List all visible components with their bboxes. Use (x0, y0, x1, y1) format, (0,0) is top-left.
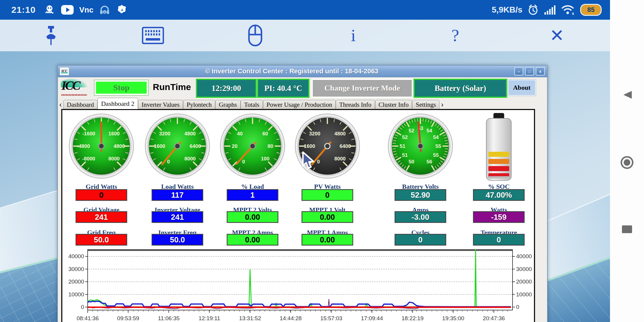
tab-power-usage-production[interactable]: Power Usage / Production (263, 100, 336, 109)
window-title-bar[interactable]: ICC © Inverter Control Center : Register… (58, 66, 547, 77)
window-title: © Inverter Control Center : Registered u… (69, 67, 514, 75)
battery-volts-gauge: 5051515252535454555556 (386, 112, 455, 180)
svg-text:1600: 1600 (304, 143, 315, 149)
pv-watts-gauge: 016003200480064008000 (293, 112, 362, 180)
svg-text:12:19:11: 12:19:11 (199, 315, 220, 321)
svg-text:54: 54 (433, 134, 439, 140)
metric-value-text: 241 (95, 213, 108, 222)
metric-value-text: 0 (418, 235, 422, 244)
svg-text:10000: 10000 (516, 291, 532, 298)
tab-inverter-values[interactable]: Inverter Values (138, 100, 183, 109)
svg-text:50: 50 (409, 159, 414, 165)
tab-cluster-info[interactable]: Cluster Info (375, 100, 412, 109)
svg-text:55: 55 (436, 143, 441, 149)
pct-load-gauge: 020406080100 (218, 112, 287, 180)
runtime-label: RunTime (149, 80, 195, 95)
metric-value-text: 0.00 (245, 213, 260, 222)
signal-icon (544, 4, 556, 15)
info-icon[interactable]: i (335, 20, 371, 51)
close-session-icon[interactable]: ✕ (539, 20, 575, 51)
svg-text:11:06:35: 11:06:35 (158, 315, 180, 321)
wifi-icon (561, 4, 575, 16)
svg-text:51: 51 (402, 152, 408, 158)
metric-value-text: 50.0 (94, 235, 109, 244)
icc-application-window: ICC © Inverter Control Center : Register… (57, 65, 548, 322)
headset-icon: a (99, 4, 111, 16)
svg-text:54: 54 (427, 128, 432, 134)
svg-text:55: 55 (433, 152, 439, 158)
svg-text:8000: 8000 (185, 156, 196, 162)
inverter-mode-indicator[interactable]: Battery (Solar) (414, 79, 507, 98)
alarm-icon (527, 3, 539, 16)
svg-text:80: 80 (268, 143, 273, 149)
svg-text:-8000: -8000 (82, 156, 95, 162)
load-watts-gauge: 016003200480064008000 (143, 112, 212, 180)
svg-text:40000: 40000 (68, 253, 84, 259)
stop-button[interactable]: Stop (94, 80, 149, 96)
metric-value: 0 (395, 234, 446, 245)
svg-text:51: 51 (400, 143, 405, 149)
tab-threads-info[interactable]: Threads Info (336, 100, 375, 109)
help-icon[interactable]: ? (437, 20, 473, 51)
mouse-icon[interactable] (237, 20, 273, 51)
tabs-scroll-right-icon[interactable]: › (439, 99, 445, 109)
metric-value-text: 0.00 (245, 235, 260, 244)
phone-screen: 21:10 Vnc a a (0, 0, 644, 322)
close-button[interactable]: x (536, 67, 545, 75)
svg-text:1600: 1600 (109, 131, 120, 137)
metric-value: 241 (152, 211, 203, 223)
metric-value-text: 117 (171, 191, 184, 200)
metric-value: 117 (152, 189, 203, 201)
tab-totals[interactable]: Totals (241, 100, 263, 109)
svg-text:a: a (121, 7, 123, 12)
svg-text:8000: 8000 (109, 156, 120, 162)
back-button[interactable] (610, 84, 644, 105)
minimize-button[interactable]: – (514, 67, 523, 75)
grid-watts-gauge: -8000-4800-1600160048008000 (67, 112, 136, 180)
pin-icon[interactable] (33, 20, 69, 51)
svg-text:40000: 40000 (516, 253, 532, 259)
tabs-scroll-left-icon[interactable]: ‹ (58, 99, 63, 109)
maximize-button[interactable]: □ (525, 67, 534, 75)
svg-text:6400: 6400 (340, 143, 351, 149)
runtime-value: 12:29:00 (196, 79, 257, 98)
metric-value: 0.00 (302, 234, 353, 245)
recents-button[interactable] (610, 219, 644, 240)
svg-text:20000: 20000 (516, 278, 532, 285)
svg-text:20:47:36: 20:47:36 (483, 315, 505, 321)
battery-percent: 85 (587, 6, 595, 14)
metric-value-text: 0 (497, 235, 501, 244)
tab-dashboard[interactable]: Dashboard (63, 100, 97, 109)
keyboard-icon[interactable] (135, 20, 171, 51)
svg-text:4800: 4800 (185, 131, 196, 137)
svg-text:20: 20 (232, 143, 238, 149)
pi-temperature: PI: 40.4 °C (257, 79, 309, 98)
svg-text:14:44:28: 14:44:28 (280, 315, 302, 321)
metric-value-text: -3.00 (411, 213, 429, 222)
metric-value: 50.0 (76, 234, 127, 245)
svg-text:1600: 1600 (154, 143, 165, 149)
android-status-bar: 21:10 Vnc a a (0, 0, 610, 20)
metric-value-text: -159 (491, 213, 507, 222)
svg-text:4800: 4800 (114, 143, 125, 149)
svg-text:19:35:00: 19:35:00 (442, 315, 464, 321)
svg-text:0: 0 (81, 304, 84, 310)
avast-icon: a (116, 4, 128, 16)
metric-value-text: 52.90 (411, 191, 430, 200)
home-button[interactable] (610, 152, 644, 173)
tab-dashboard-2[interactable]: Dashboard 2 (97, 98, 138, 109)
svg-text:18:22:19: 18:22:19 (402, 315, 424, 321)
metric-value: 50.0 (152, 234, 203, 245)
tab-settings[interactable]: Settings (412, 100, 439, 109)
change-inverter-mode-button[interactable]: Change Inverter Mode (312, 79, 413, 98)
metric-value: 1 (227, 189, 278, 201)
svg-text:52: 52 (409, 128, 414, 134)
svg-text:-4800: -4800 (77, 143, 90, 149)
app-toolbar: ICC Stop RunTime 12:29:00 PI: 40.4 °C Ch… (58, 77, 547, 97)
about-button[interactable]: About (508, 80, 536, 96)
tab-bar: ‹ DashboardDashboard 2Inverter ValuesPyl… (58, 97, 547, 109)
tab-pylontech[interactable]: Pylontech (183, 100, 215, 109)
metric-value: 0 (473, 234, 524, 245)
tab-graphs[interactable]: Graphs (215, 100, 241, 109)
metric-value-text: 241 (171, 213, 184, 222)
